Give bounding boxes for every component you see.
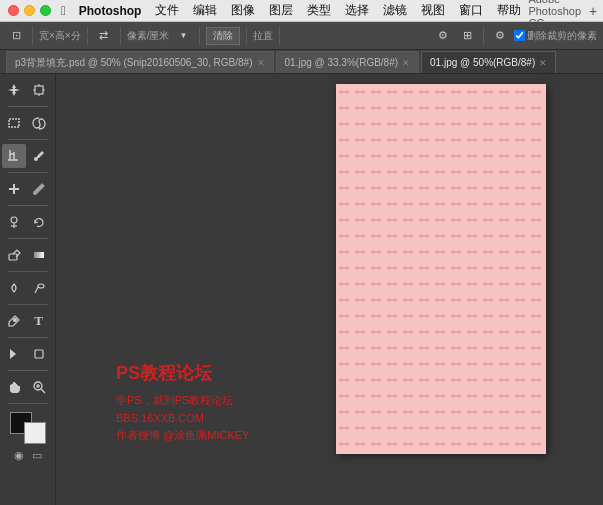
maximize-button[interactable]: [40, 5, 51, 16]
traffic-lights: [8, 5, 51, 16]
svg-point-11: [34, 157, 38, 161]
quick-mask-icon[interactable]: ◉: [14, 449, 24, 462]
watermark-line3: BBS.16XXB.COM: [116, 410, 249, 428]
gradient-tool[interactable]: [27, 243, 51, 267]
menu-select[interactable]: 选择: [338, 2, 376, 19]
tab-1-close[interactable]: ✕: [402, 58, 410, 68]
move-tool[interactable]: [2, 78, 26, 102]
tab-0-label: p3背景填充.psd @ 50% (Snip20160506_30, RGB/8…: [15, 56, 253, 70]
menu-photoshop[interactable]: Photoshop: [72, 4, 149, 18]
tab-2-label: 01.jpg @ 50%(RGB/8#): [430, 57, 535, 68]
eyedropper-tool[interactable]: [27, 144, 51, 168]
svg-rect-18: [34, 252, 44, 258]
tool-row-4: [2, 177, 54, 201]
menu-window[interactable]: 窗口: [452, 2, 490, 19]
app-title: Adobe Photoshop CC: [528, 0, 581, 29]
plus-icon[interactable]: +: [589, 3, 597, 19]
clear-button[interactable]: 清除: [206, 27, 240, 45]
blur-tool[interactable]: [2, 276, 26, 300]
svg-point-20: [13, 319, 16, 322]
straighten-label: 拉直: [253, 29, 273, 43]
rect-marquee-tool[interactable]: [2, 111, 26, 135]
swap-icon[interactable]: ⇄: [94, 26, 114, 46]
eraser-tool[interactable]: [2, 243, 26, 267]
tab-1[interactable]: 01.jpg @ 33.3%(RGB/8#) ✕: [276, 51, 420, 73]
clone-stamp-tool[interactable]: [2, 210, 26, 234]
healing-tool[interactable]: [2, 177, 26, 201]
close-button[interactable]: [8, 5, 19, 16]
unit-label: 像素/厘米: [127, 29, 170, 43]
settings3-icon[interactable]: ⚙: [490, 26, 510, 46]
svg-rect-1: [35, 86, 43, 94]
tool-row-2: [2, 111, 54, 135]
small-icon-row: ◉ ▭: [3, 449, 53, 462]
menu-right-area: Adobe Photoshop CC + ✦: [528, 0, 603, 29]
tool-preset-icon[interactable]: ⊡: [6, 26, 26, 46]
crop-tool[interactable]: [2, 144, 26, 168]
options-right: ⚙ ⊞ ⚙ 删除裁剪的像素: [433, 26, 597, 46]
tool-row-8: T: [2, 309, 54, 333]
menu-file[interactable]: 文件: [148, 2, 186, 19]
menu-type[interactable]: 类型: [300, 2, 338, 19]
dodge-tool[interactable]: [27, 276, 51, 300]
sep-3: [8, 172, 48, 173]
svg-rect-17: [9, 254, 17, 260]
type-tool[interactable]: T: [27, 309, 51, 333]
background-color[interactable]: [24, 422, 46, 444]
canvas-area: PS教程论坛 学PS，就到PS教程论坛 BBS.16XXB.COM 作者馒博 @…: [56, 74, 603, 505]
svg-rect-13: [9, 188, 19, 190]
menu-filter[interactable]: 滤镜: [376, 2, 414, 19]
svg-line-23: [41, 389, 45, 393]
brush-tool[interactable]: [27, 177, 51, 201]
pen-tool[interactable]: [2, 309, 26, 333]
svg-rect-21: [35, 350, 43, 358]
sep-1: [8, 106, 48, 107]
lasso-tool[interactable]: [27, 111, 51, 135]
artboard-tool[interactable]: [27, 78, 51, 102]
hand-tool[interactable]: [2, 375, 26, 399]
path-select-tool[interactable]: [2, 342, 26, 366]
screen-mode-icon[interactable]: ▭: [32, 449, 42, 462]
shape-tool[interactable]: [27, 342, 51, 366]
sep-8: [8, 337, 48, 338]
separator-3: [120, 27, 121, 45]
settings2-icon[interactable]: ⊞: [457, 26, 477, 46]
tab-0[interactable]: p3背景填充.psd @ 50% (Snip20160506_30, RGB/8…: [6, 51, 274, 73]
tab-1-label: 01.jpg @ 33.3%(RGB/8#): [285, 57, 399, 68]
tool-row-10: [2, 375, 54, 399]
tool-row-6: [2, 243, 54, 267]
sep-10: [8, 403, 48, 404]
sep-9: [8, 370, 48, 371]
tool-row-9: [2, 342, 54, 366]
zoom-tool[interactable]: [27, 375, 51, 399]
tool-row-7: [2, 276, 54, 300]
document-canvas: [336, 84, 546, 454]
minimize-button[interactable]: [24, 5, 35, 16]
separator-6: [279, 27, 280, 45]
delete-pixels-label: 删除裁剪的像素: [514, 29, 597, 43]
menu-help[interactable]: 帮助: [490, 2, 528, 19]
tab-2-close[interactable]: ✕: [539, 58, 547, 68]
separator-1: [32, 27, 33, 45]
wh-label: 宽×高×分: [39, 29, 81, 43]
tool-row-3: [2, 144, 54, 168]
unit-dropdown-icon[interactable]: ▼: [173, 26, 193, 46]
settings-icon[interactable]: ⚙: [433, 26, 453, 46]
delete-pixels-checkbox[interactable]: [514, 30, 525, 41]
separator-2: [87, 27, 88, 45]
sep-4: [8, 205, 48, 206]
history-brush-tool[interactable]: [27, 210, 51, 234]
tab-0-close[interactable]: ✕: [257, 58, 265, 68]
color-swatches[interactable]: [10, 412, 46, 444]
tabs-bar: p3背景填充.psd @ 50% (Snip20160506_30, RGB/8…: [0, 50, 603, 74]
watermark-line4: 作者馒博 @涂鱼珮MICKEY: [116, 427, 249, 445]
toolbar: T ◉: [0, 74, 56, 505]
menu-edit[interactable]: 编辑: [186, 2, 224, 19]
sep-5: [8, 238, 48, 239]
tab-2[interactable]: 01.jpg @ 50%(RGB/8#) ✕: [421, 51, 556, 73]
menu-layer[interactable]: 图层: [262, 2, 300, 19]
svg-marker-0: [8, 84, 20, 96]
menu-image[interactable]: 图像: [224, 2, 262, 19]
apple-icon: : [61, 3, 66, 18]
menu-view[interactable]: 视图: [414, 2, 452, 19]
